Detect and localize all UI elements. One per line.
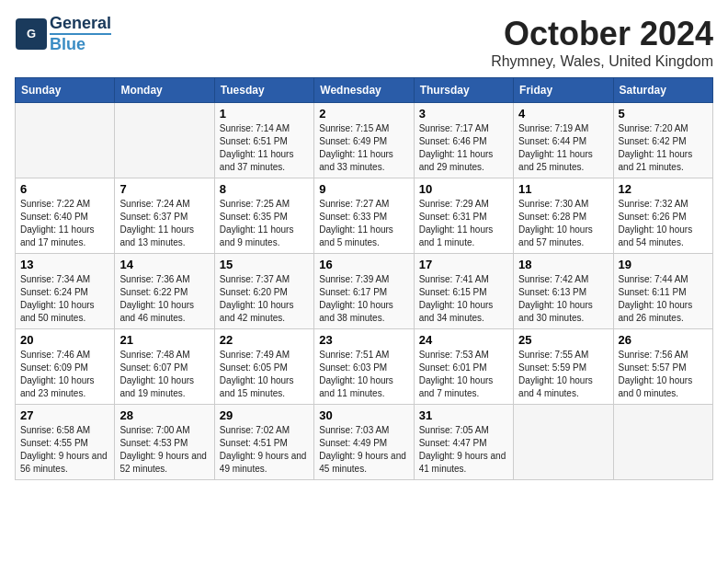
day-number: 5	[619, 107, 708, 121]
calendar-day-cell: 22Sunrise: 7:49 AM Sunset: 6:05 PM Dayli…	[214, 329, 313, 405]
calendar-day-cell: 21Sunrise: 7:48 AM Sunset: 6:07 PM Dayli…	[115, 329, 214, 405]
day-number: 8	[220, 182, 309, 196]
day-info: Sunrise: 7:19 AM Sunset: 6:44 PM Dayligh…	[518, 122, 608, 174]
day-number: 3	[419, 107, 508, 121]
day-number: 23	[319, 333, 408, 347]
day-number: 9	[319, 182, 408, 196]
day-info: Sunrise: 7:49 AM Sunset: 6:05 PM Dayligh…	[220, 349, 309, 400]
calendar-day-cell: 13Sunrise: 7:34 AM Sunset: 6:24 PM Dayli…	[16, 254, 115, 329]
day-number: 22	[220, 333, 309, 347]
calendar-day-cell: 29Sunrise: 7:02 AM Sunset: 4:51 PM Dayli…	[214, 405, 313, 480]
day-info: Sunrise: 7:02 AM Sunset: 4:51 PM Dayligh…	[220, 424, 309, 476]
calendar-day-cell: 17Sunrise: 7:41 AM Sunset: 6:15 PM Dayli…	[414, 254, 513, 329]
calendar-week-row: 1Sunrise: 7:14 AM Sunset: 6:51 PM Daylig…	[16, 103, 713, 178]
day-number: 15	[220, 258, 309, 271]
header: G General Blue October 2024 Rhymney, Wal…	[15, 15, 713, 70]
calendar-day-cell: 18Sunrise: 7:42 AM Sunset: 6:13 PM Dayli…	[514, 254, 613, 329]
day-number: 12	[619, 182, 708, 196]
logo-general: General	[50, 15, 111, 33]
day-number: 21	[119, 333, 209, 347]
calendar-table: SundayMondayTuesdayWednesdayThursdayFrid…	[15, 77, 713, 480]
calendar-day-cell: 1Sunrise: 7:14 AM Sunset: 6:51 PM Daylig…	[214, 103, 313, 178]
day-info: Sunrise: 7:53 AM Sunset: 6:01 PM Dayligh…	[419, 349, 508, 400]
day-number: 10	[419, 182, 508, 196]
calendar-day-cell: 19Sunrise: 7:44 AM Sunset: 6:11 PM Dayli…	[613, 254, 712, 329]
calendar-day-cell: 11Sunrise: 7:30 AM Sunset: 6:28 PM Dayli…	[514, 178, 613, 254]
day-info: Sunrise: 7:48 AM Sunset: 6:07 PM Dayligh…	[119, 349, 209, 400]
calendar-day-cell: 25Sunrise: 7:55 AM Sunset: 5:59 PM Dayli…	[514, 329, 613, 405]
day-info: Sunrise: 6:58 AM Sunset: 4:55 PM Dayligh…	[20, 424, 109, 476]
logo: G General Blue	[15, 15, 111, 54]
day-info: Sunrise: 7:22 AM Sunset: 6:40 PM Dayligh…	[20, 198, 109, 249]
calendar-header-row: SundayMondayTuesdayWednesdayThursdayFrid…	[16, 78, 713, 103]
day-number: 2	[319, 107, 408, 121]
day-number: 29	[220, 408, 309, 422]
day-info: Sunrise: 7:17 AM Sunset: 6:46 PM Dayligh…	[419, 122, 508, 174]
calendar-day-cell: 30Sunrise: 7:03 AM Sunset: 4:49 PM Dayli…	[314, 405, 414, 480]
calendar-subtitle: Rhymney, Wales, United Kingdom	[491, 53, 713, 70]
day-of-week-header: Monday	[115, 78, 214, 103]
day-number: 17	[419, 258, 508, 271]
day-number: 11	[518, 182, 608, 196]
day-of-week-header: Thursday	[414, 78, 513, 103]
day-number: 13	[20, 258, 109, 271]
day-number: 16	[319, 258, 408, 271]
day-number: 26	[619, 333, 708, 347]
day-info: Sunrise: 7:20 AM Sunset: 6:42 PM Dayligh…	[619, 122, 708, 174]
day-of-week-header: Sunday	[16, 78, 115, 103]
calendar-day-cell: 10Sunrise: 7:29 AM Sunset: 6:31 PM Dayli…	[414, 178, 513, 254]
calendar-day-cell: 14Sunrise: 7:36 AM Sunset: 6:22 PM Dayli…	[115, 254, 214, 329]
day-number: 14	[119, 258, 209, 271]
calendar-day-cell: 8Sunrise: 7:25 AM Sunset: 6:35 PM Daylig…	[214, 178, 313, 254]
day-info: Sunrise: 7:15 AM Sunset: 6:49 PM Dayligh…	[319, 122, 408, 174]
calendar-day-cell	[16, 103, 115, 178]
day-number: 7	[119, 182, 209, 196]
day-number: 19	[619, 258, 708, 271]
day-of-week-header: Wednesday	[314, 78, 414, 103]
calendar-day-cell: 5Sunrise: 7:20 AM Sunset: 6:42 PM Daylig…	[613, 103, 712, 178]
calendar-day-cell: 27Sunrise: 6:58 AM Sunset: 4:55 PM Dayli…	[16, 405, 115, 480]
day-number: 20	[20, 333, 109, 347]
calendar-day-cell: 2Sunrise: 7:15 AM Sunset: 6:49 PM Daylig…	[314, 103, 414, 178]
calendar-day-cell: 15Sunrise: 7:37 AM Sunset: 6:20 PM Dayli…	[214, 254, 313, 329]
day-number: 6	[20, 182, 109, 196]
calendar-title: October 2024	[491, 15, 713, 53]
day-number: 31	[419, 408, 508, 422]
day-info: Sunrise: 7:29 AM Sunset: 6:31 PM Dayligh…	[419, 198, 508, 249]
day-info: Sunrise: 7:03 AM Sunset: 4:49 PM Dayligh…	[319, 424, 408, 476]
day-number: 24	[419, 333, 508, 347]
day-info: Sunrise: 7:39 AM Sunset: 6:17 PM Dayligh…	[319, 273, 408, 325]
logo-blue: Blue	[50, 33, 111, 54]
day-info: Sunrise: 7:14 AM Sunset: 6:51 PM Dayligh…	[220, 122, 309, 174]
calendar-day-cell: 7Sunrise: 7:24 AM Sunset: 6:37 PM Daylig…	[115, 178, 214, 254]
day-of-week-header: Tuesday	[214, 78, 313, 103]
calendar-week-row: 27Sunrise: 6:58 AM Sunset: 4:55 PM Dayli…	[16, 405, 713, 480]
day-info: Sunrise: 7:46 AM Sunset: 6:09 PM Dayligh…	[20, 349, 109, 400]
day-info: Sunrise: 7:32 AM Sunset: 6:26 PM Dayligh…	[619, 198, 708, 249]
calendar-day-cell: 31Sunrise: 7:05 AM Sunset: 4:47 PM Dayli…	[414, 405, 513, 480]
day-number: 18	[518, 258, 608, 271]
day-info: Sunrise: 7:24 AM Sunset: 6:37 PM Dayligh…	[119, 198, 209, 249]
calendar-day-cell	[613, 405, 712, 480]
day-number: 1	[220, 107, 309, 121]
day-info: Sunrise: 7:00 AM Sunset: 4:53 PM Dayligh…	[119, 424, 209, 476]
calendar-week-row: 13Sunrise: 7:34 AM Sunset: 6:24 PM Dayli…	[16, 254, 713, 329]
calendar-day-cell: 24Sunrise: 7:53 AM Sunset: 6:01 PM Dayli…	[414, 329, 513, 405]
calendar-day-cell: 12Sunrise: 7:32 AM Sunset: 6:26 PM Dayli…	[613, 178, 712, 254]
day-of-week-header: Friday	[514, 78, 613, 103]
day-info: Sunrise: 7:34 AM Sunset: 6:24 PM Dayligh…	[20, 273, 109, 325]
day-info: Sunrise: 7:56 AM Sunset: 5:57 PM Dayligh…	[619, 349, 708, 400]
day-info: Sunrise: 7:44 AM Sunset: 6:11 PM Dayligh…	[619, 273, 708, 325]
calendar-day-cell: 6Sunrise: 7:22 AM Sunset: 6:40 PM Daylig…	[16, 178, 115, 254]
svg-text:G: G	[27, 27, 36, 40]
calendar-week-row: 20Sunrise: 7:46 AM Sunset: 6:09 PM Dayli…	[16, 329, 713, 405]
day-info: Sunrise: 7:41 AM Sunset: 6:15 PM Dayligh…	[419, 273, 508, 325]
title-area: October 2024 Rhymney, Wales, United King…	[491, 15, 713, 70]
calendar-day-cell: 23Sunrise: 7:51 AM Sunset: 6:03 PM Dayli…	[314, 329, 414, 405]
day-info: Sunrise: 7:25 AM Sunset: 6:35 PM Dayligh…	[220, 198, 309, 249]
calendar-day-cell: 28Sunrise: 7:00 AM Sunset: 4:53 PM Dayli…	[115, 405, 214, 480]
day-number: 28	[119, 408, 209, 422]
day-info: Sunrise: 7:30 AM Sunset: 6:28 PM Dayligh…	[518, 198, 608, 249]
calendar-day-cell: 3Sunrise: 7:17 AM Sunset: 6:46 PM Daylig…	[414, 103, 513, 178]
calendar-day-cell: 26Sunrise: 7:56 AM Sunset: 5:57 PM Dayli…	[613, 329, 712, 405]
